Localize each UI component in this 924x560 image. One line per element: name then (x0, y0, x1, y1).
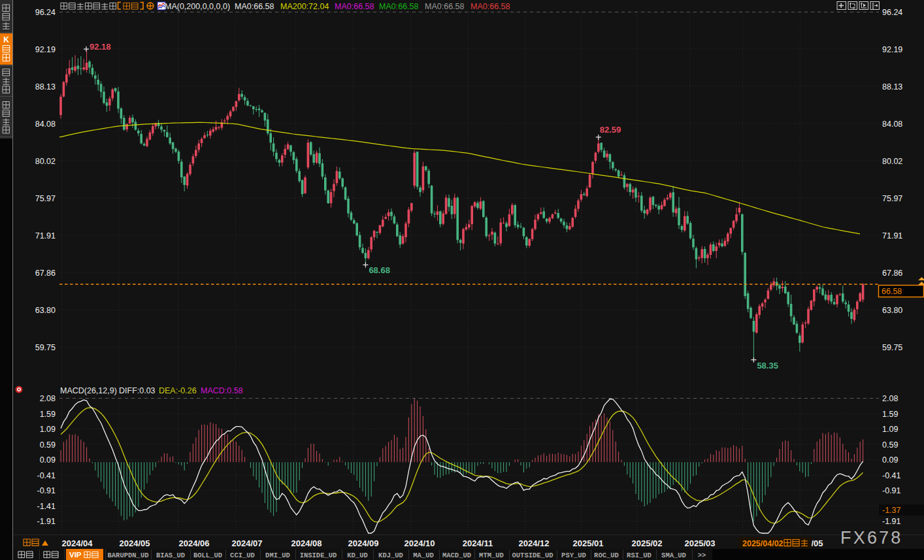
svg-text:59.75: 59.75 (882, 343, 902, 352)
svg-text:DEA:-0.26: DEA:-0.26 (159, 386, 197, 395)
svg-text:CCI_UD: CCI_UD (230, 552, 255, 559)
svg-text:MACD(26,12,9): MACD(26,12,9) (60, 386, 117, 395)
svg-text:1.59: 1.59 (882, 410, 898, 419)
svg-text:1.59: 1.59 (40, 410, 56, 419)
svg-text:75.97: 75.97 (882, 194, 902, 203)
svg-text:KD_UD: KD_UD (347, 552, 368, 559)
svg-text:67.86: 67.86 (35, 269, 56, 278)
svg-text:2024/09: 2024/09 (348, 538, 379, 548)
svg-text:-1.41: -1.41 (37, 502, 56, 511)
svg-text:2024/11: 2024/11 (463, 538, 493, 548)
svg-text:MA0:66.58: MA0:66.58 (379, 2, 419, 11)
svg-text:2024/05: 2024/05 (120, 538, 150, 548)
svg-text:MA0:66.58: MA0:66.58 (235, 2, 274, 11)
svg-text:96.24: 96.24 (882, 8, 902, 17)
svg-text:80.02: 80.02 (35, 157, 56, 166)
svg-text:2024/10: 2024/10 (404, 538, 435, 548)
svg-text:-1.91: -1.91 (37, 517, 56, 526)
svg-text:2024/07: 2024/07 (232, 538, 263, 548)
svg-text:0.59: 0.59 (882, 440, 898, 450)
svg-text:2025/03: 2025/03 (685, 538, 716, 548)
svg-text:2024/08: 2024/08 (291, 538, 322, 548)
svg-text:-0.91: -0.91 (37, 486, 56, 495)
svg-text:63.80: 63.80 (882, 306, 902, 315)
svg-text:84.08: 84.08 (35, 120, 56, 129)
svg-text:1.09: 1.09 (40, 425, 56, 434)
svg-text:MA0:66.58: MA0:66.58 (470, 2, 510, 11)
svg-text:MACD_UD: MACD_UD (442, 552, 471, 559)
svg-text:DIFF:0.03: DIFF:0.03 (119, 386, 156, 395)
svg-text:BARUPDN_UD: BARUPDN_UD (107, 552, 148, 559)
svg-text:92.18: 92.18 (90, 42, 111, 52)
svg-text:INSIDE_UD: INSIDE_UD (300, 552, 337, 559)
svg-text:75.97: 75.97 (35, 194, 56, 203)
svg-text:MA0:66.58: MA0:66.58 (425, 2, 465, 11)
svg-text:82.59: 82.59 (600, 125, 621, 135)
svg-text:59.75: 59.75 (35, 343, 56, 352)
svg-text:96.24: 96.24 (35, 8, 56, 17)
svg-text:80.02: 80.02 (882, 157, 902, 166)
svg-text:1.09: 1.09 (882, 425, 898, 434)
svg-text:2025/01: 2025/01 (573, 538, 604, 548)
svg-text:2024/06: 2024/06 (179, 538, 210, 548)
svg-text:MA200:72.04: MA200:72.04 (280, 2, 329, 11)
svg-text:2.08: 2.08 (40, 394, 56, 403)
svg-text:K: K (3, 35, 9, 44)
svg-text:92.19: 92.19 (35, 45, 56, 54)
svg-text:0.59: 0.59 (40, 440, 56, 450)
svg-text:KDJ_UD: KDJ_UD (378, 552, 403, 559)
svg-text:-1.37: -1.37 (882, 506, 901, 515)
svg-text:MA(0,200,0,0,0,0): MA(0,200,0,0,0,0) (165, 2, 230, 11)
svg-text:0.09: 0.09 (40, 455, 56, 465)
svg-text:71.91: 71.91 (35, 231, 56, 240)
svg-text:67.86: 67.86 (882, 269, 902, 278)
svg-text:88.13: 88.13 (35, 82, 56, 91)
svg-text:58.35: 58.35 (757, 361, 778, 371)
svg-text:2024/04: 2024/04 (62, 538, 93, 548)
svg-text:2025/02: 2025/02 (632, 538, 663, 548)
svg-text:88.13: 88.13 (882, 82, 902, 91)
svg-text:VIP: VIP (69, 551, 82, 559)
svg-text:2024/12: 2024/12 (519, 538, 550, 548)
svg-text:BOLL_UD: BOLL_UD (193, 552, 222, 559)
svg-text:SMA_UD: SMA_UD (661, 552, 686, 559)
svg-text:FX678: FX678 (840, 528, 903, 548)
svg-text:-0.41: -0.41 (882, 471, 901, 480)
svg-text:ROC_UD: ROC_UD (594, 552, 619, 559)
svg-text:2025/04/02: 2025/04/02 (742, 539, 784, 548)
svg-text:>>: >> (698, 552, 706, 559)
svg-text:66.58: 66.58 (882, 287, 902, 296)
svg-text:RSI_UD: RSI_UD (627, 552, 652, 559)
svg-text:0.09: 0.09 (882, 455, 898, 465)
svg-text:71.91: 71.91 (882, 231, 902, 240)
svg-text:63.80: 63.80 (35, 306, 56, 315)
svg-text:DMI_UD: DMI_UD (265, 552, 290, 559)
svg-text:MA_UD: MA_UD (413, 552, 434, 559)
svg-text:PSY_UD: PSY_UD (561, 552, 586, 559)
svg-text:MA0:66.58: MA0:66.58 (335, 2, 374, 11)
svg-text:2.08: 2.08 (882, 394, 898, 403)
svg-text:-0.41: -0.41 (37, 471, 56, 480)
svg-text:68.68: 68.68 (369, 265, 390, 275)
svg-text:MTM_UD: MTM_UD (479, 552, 504, 559)
svg-text:OUTSIDE_UD: OUTSIDE_UD (512, 552, 553, 559)
svg-text:-1.91: -1.91 (882, 517, 901, 526)
svg-text:MACD:0.58: MACD:0.58 (201, 386, 243, 395)
svg-text:BIAS_UD: BIAS_UD (156, 552, 185, 559)
svg-text:-0.91: -0.91 (882, 486, 901, 495)
svg-text:92.19: 92.19 (882, 45, 902, 54)
svg-text:84.08: 84.08 (882, 120, 902, 129)
